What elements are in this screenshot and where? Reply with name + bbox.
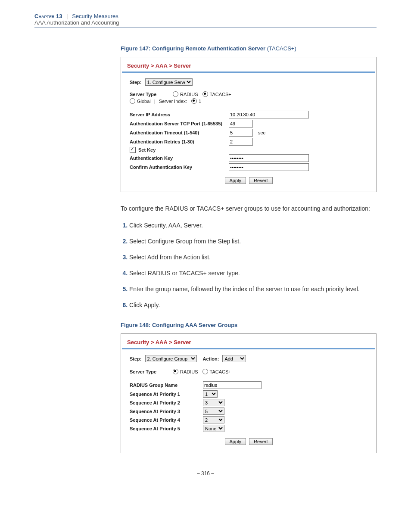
set-key-checkbox[interactable] — [130, 147, 136, 153]
group-name-label: RADIUS Group Name — [130, 383, 203, 388]
priority-5-label: Sequence At Priority 5 — [130, 426, 203, 431]
figure-148-caption: Figure 148: Configuring AAA Server Group… — [121, 322, 377, 328]
action-select[interactable]: Add — [222, 355, 246, 362]
tacacs-radio-label: TACACS+ — [210, 92, 231, 97]
server-type-label: Server Type — [130, 92, 168, 97]
priority-2-select[interactable]: 3 — [203, 399, 224, 406]
figure-147-caption-text: Figure 147: Configuring Remote Authentic… — [121, 45, 265, 52]
priority-4-label: Sequence At Priority 4 — [130, 417, 203, 423]
priority-2-label: Sequence At Priority 2 — [130, 400, 203, 405]
figure-147-caption-paren: (TACACS+) — [265, 45, 296, 52]
subsection-title: AAA Authorization and Accounting — [34, 19, 119, 26]
retries-input[interactable] — [229, 138, 253, 146]
steps-list: Click Security, AAA, Server. Select Conf… — [121, 221, 377, 310]
priority-3-label: Sequence At Priority 3 — [130, 409, 203, 414]
timeout-input[interactable] — [229, 129, 253, 137]
tcp-port-input[interactable] — [229, 120, 253, 128]
timeout-unit: sec — [258, 130, 265, 135]
server-index-1-radio[interactable] — [191, 98, 197, 104]
section-title: Security Measures — [72, 13, 118, 19]
page-footer: – 316 – — [34, 470, 377, 476]
server-index-label: Server Index: — [159, 99, 187, 104]
priority-1-label: Sequence At Priority 1 — [130, 392, 203, 397]
tacacs-radio[interactable] — [202, 91, 208, 97]
auth-key-input[interactable] — [229, 154, 309, 162]
figure-148-screenshot: Security > AAA > Server Step: 2. Configu… — [121, 333, 377, 453]
action-label: Action: — [203, 356, 219, 361]
tacacs-radio-148[interactable] — [202, 369, 208, 374]
global-label: Global — [137, 99, 151, 104]
confirm-key-label: Confirm Authentication Key — [130, 165, 229, 170]
header-divider: | — [64, 13, 70, 19]
step-1: Click Security, AAA, Server. — [129, 221, 377, 230]
step-2: Select Configure Group from the Step lis… — [129, 237, 377, 246]
breadcrumb-148: Security > AAA > Server — [121, 334, 376, 348]
step-label-148: Step: — [130, 356, 142, 361]
auth-key-label: Authentication Key — [130, 156, 229, 161]
server-type-label-148: Server Type — [130, 369, 168, 374]
step-label: Step: — [130, 80, 142, 85]
figure-147-caption: Figure 147: Configuring Remote Authentic… — [121, 45, 377, 52]
step-3: Select Add from the Action list. — [129, 253, 377, 262]
tacacs-radio-label-148: TACACS+ — [210, 369, 231, 374]
breadcrumb: Security > AAA > Server — [121, 57, 376, 72]
revert-button-148[interactable]: Revert — [249, 438, 272, 445]
step-5: Enter the group name, followed by the in… — [129, 285, 377, 294]
radius-radio-148[interactable] — [173, 369, 178, 374]
confirm-key-input[interactable] — [229, 163, 309, 171]
global-radio[interactable] — [130, 98, 135, 104]
set-key-label: Set Key — [138, 147, 156, 152]
server-ip-input[interactable] — [229, 111, 309, 118]
figure-147-screenshot: Security > AAA > Server Step: 1. Configu… — [121, 57, 377, 192]
priority-3-select[interactable]: 5 — [203, 408, 224, 415]
revert-button[interactable]: Revert — [249, 177, 272, 184]
priority-1-select[interactable]: 1 — [203, 390, 218, 398]
intro-paragraph: To configure the RADIUS or TACACS+ serve… — [121, 204, 377, 213]
tcp-port-label: Authentication Server TCP Port (1-65535) — [130, 121, 229, 126]
step-4: Select RADIUS or TACACS+ server type. — [129, 269, 377, 278]
server-ip-label: Server IP Address — [130, 112, 229, 117]
step-select[interactable]: 1. Configure Server — [145, 78, 193, 86]
group-name-input[interactable] — [203, 381, 262, 389]
apply-button[interactable]: Apply — [225, 177, 246, 184]
radius-radio-label-148: RADIUS — [180, 369, 198, 374]
server-index-1-label: 1 — [199, 99, 201, 104]
chapter-number: 13 — [56, 13, 62, 19]
apply-button-148[interactable]: Apply — [225, 438, 246, 445]
radius-radio-label: RADIUS — [180, 92, 198, 97]
step-select-148[interactable]: 2. Configure Group — [145, 355, 197, 362]
page-header: Chapter 13 | Security Measures AAA Autho… — [34, 13, 377, 28]
timeout-label: Authentication Timeout (1-540) — [130, 130, 229, 135]
chapter-label: Chapter — [34, 13, 54, 19]
priority-4-select[interactable]: 2 — [203, 416, 224, 423]
step-6: Click Apply. — [129, 301, 377, 310]
priority-5-select[interactable]: None — [203, 425, 224, 432]
retries-label: Authentication Retries (1-30) — [130, 139, 229, 144]
radius-radio[interactable] — [173, 91, 178, 97]
